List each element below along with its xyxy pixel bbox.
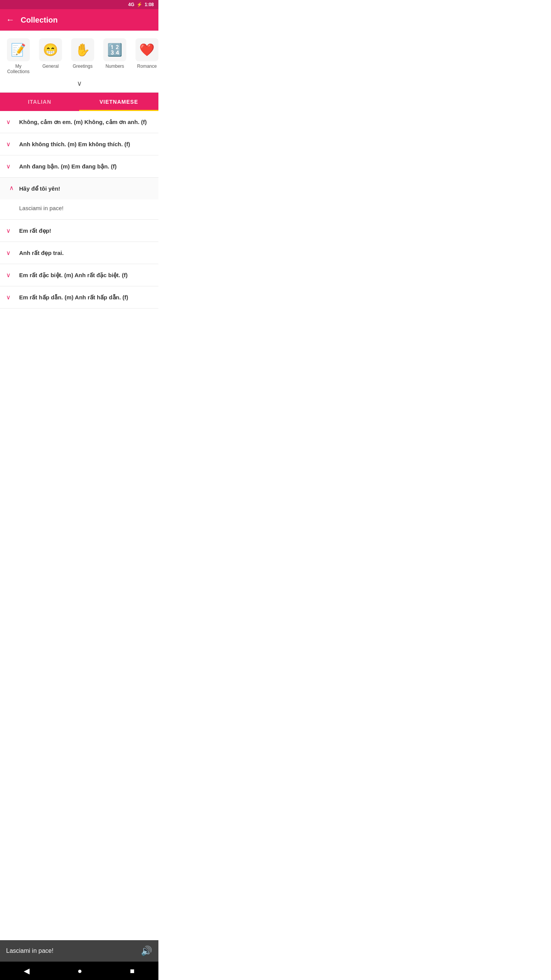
phrase-text: Anh đang bận. (m) Em đang bận. (f) [19, 162, 117, 170]
category-item-general[interactable]: 😁 General [35, 37, 66, 76]
category-label-general: General [42, 64, 59, 69]
phrase-item: ∨ Không, cảm ơn em. (m) Không, cảm ơn an… [0, 111, 158, 133]
phrase-item: ∨ Anh không thích. (m) Em không thích. (… [0, 133, 158, 155]
signal-label: 4G [128, 2, 134, 7]
phrase-text: Anh rất đẹp trai. [19, 249, 64, 257]
phrase-item: ∨ Em rất hấp dẫn. (m) Anh rất hấp dẫn. (… [0, 286, 158, 309]
chevron-icon: ∨ [6, 294, 14, 301]
phrase-text: Không, cảm ơn em. (m) Không, cảm ơn anh.… [19, 118, 147, 126]
phrase-item: ∨ Anh đang bận. (m) Em đang bận. (f) [0, 155, 158, 178]
status-bar: 4G ⚡ 1:08 [0, 0, 158, 9]
category-icon-greetings: ✋ [71, 38, 94, 61]
chevron-down-icon: ∨ [77, 79, 82, 88]
header: ← Collection [0, 9, 158, 31]
category-icon-romance: ❤️ [135, 38, 158, 61]
phrase-row[interactable]: ∨ Hãy để tôi yên! [0, 178, 158, 199]
category-label-greetings: Greetings [73, 64, 93, 69]
category-icon-my-collections: 📝 [7, 38, 30, 61]
chevron-icon: ∨ [6, 163, 14, 170]
category-section: 📝 My Collections 😁 General ✋ Greetings 🔢… [0, 31, 158, 93]
expand-arrow[interactable]: ∨ [0, 76, 158, 89]
phrase-text: Em rất đặc biệt. (m) Anh rất đặc biệt. (… [19, 271, 127, 279]
phrase-item: ∨ Anh rất đẹp trai. [0, 242, 158, 264]
tab-vietnamese[interactable]: VIETNAMESE [79, 93, 158, 111]
category-label-romance: Romance [137, 64, 156, 69]
phrase-row[interactable]: ∨ Anh không thích. (m) Em không thích. (… [0, 133, 158, 155]
chevron-icon: ∨ [6, 185, 14, 192]
phrase-text: Hãy để tôi yên! [19, 185, 60, 193]
phrase-item: ∨ Hãy để tôi yên! Lasciami in pace! [0, 178, 158, 220]
phrase-row[interactable]: ∨ Em rất quyến rũ. (m) Anh rất quyến rũ.… [0, 309, 158, 310]
category-item-greetings[interactable]: ✋ Greetings [67, 37, 98, 76]
phrase-row[interactable]: ∨ Em rất đặc biệt. (m) Anh rất đặc biệt.… [0, 264, 158, 286]
category-label-my-collections: My Collections [5, 64, 32, 75]
category-label-numbers: Numbers [106, 64, 124, 69]
phrase-item: ∨ Em rất đặc biệt. (m) Anh rất đặc biệt.… [0, 264, 158, 286]
chevron-icon: ∨ [6, 118, 14, 126]
phrase-row[interactable]: ∨ Anh rất đẹp trai. [0, 242, 158, 264]
phrase-text: Anh không thích. (m) Em không thích. (f) [19, 140, 130, 148]
header-title: Collection [21, 16, 58, 24]
category-icon-numbers: 🔢 [103, 38, 126, 61]
battery-icon: ⚡ [137, 2, 142, 7]
phrase-item: ∨ Em rất quyến rũ. (m) Anh rất quyến rũ.… [0, 309, 158, 310]
phrase-text: Em rất hấp dẫn. (m) Anh rất hấp dẫn. (f) [19, 293, 128, 301]
phrase-text: Em rất đẹp! [19, 227, 51, 235]
back-button[interactable]: ← [6, 15, 15, 25]
chevron-icon: ∨ [6, 249, 14, 256]
chevron-icon: ∨ [6, 140, 14, 148]
phrase-row[interactable]: ∨ Em rất đẹp! [0, 220, 158, 242]
category-scroll: 📝 My Collections 😁 General ✋ Greetings 🔢… [0, 37, 158, 76]
phrase-row[interactable]: ∨ Không, cảm ơn em. (m) Không, cảm ơn an… [0, 111, 158, 133]
tabs: ITALIANVIETNAMESE [0, 93, 158, 111]
chevron-icon: ∨ [6, 227, 14, 234]
category-item-numbers[interactable]: 🔢 Numbers [99, 37, 130, 76]
tab-italian[interactable]: ITALIAN [0, 93, 79, 111]
chevron-icon: ∨ [6, 271, 14, 279]
category-item-romance[interactable]: ❤️ Romance [132, 37, 158, 76]
phrase-expanded-text: Lasciami in pace! [0, 199, 158, 220]
phrase-item: ∨ Em rất đẹp! [0, 220, 158, 242]
category-item-my-collections[interactable]: 📝 My Collections [3, 37, 34, 76]
phrase-list: ∨ Không, cảm ơn em. (m) Không, cảm ơn an… [0, 111, 158, 310]
phrase-row[interactable]: ∨ Em rất hấp dẫn. (m) Anh rất hấp dẫn. (… [0, 286, 158, 308]
phrase-list-container: ∨ Không, cảm ơn em. (m) Không, cảm ơn an… [0, 111, 158, 310]
category-icon-general: 😁 [39, 38, 62, 61]
time-label: 1:08 [145, 2, 154, 7]
phrase-row[interactable]: ∨ Anh đang bận. (m) Em đang bận. (f) [0, 155, 158, 177]
